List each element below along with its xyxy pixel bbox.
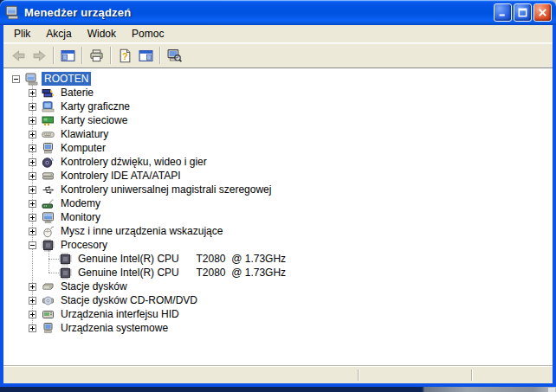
- expand-icon[interactable]: [29, 145, 36, 152]
- expand-icon[interactable]: [29, 89, 36, 97]
- show-action-pane-button[interactable]: [135, 46, 156, 66]
- toolbar-separator: [81, 47, 82, 64]
- maximize-button[interactable]: [514, 3, 532, 22]
- tree-item-label[interactable]: Baterie: [58, 86, 96, 100]
- help-button[interactable]: ?: [114, 46, 135, 66]
- collapse-icon[interactable]: [29, 241, 36, 249]
- expand-icon[interactable]: [29, 228, 36, 235]
- tree-item-urzadzenia-hid[interactable]: Urządzenia interfejsu HID: [3, 307, 553, 321]
- expand-icon[interactable]: [29, 103, 36, 111]
- mouse-icon: [42, 225, 55, 238]
- keyboard-icon: [42, 128, 55, 141]
- toggle-console-tree-button[interactable]: [57, 46, 78, 66]
- tree-item-label[interactable]: Urządzenia interfejsu HID: [58, 307, 182, 321]
- expand-icon[interactable]: [29, 117, 36, 125]
- menu-item-akcja[interactable]: Akcja: [38, 26, 79, 42]
- tree-item-label[interactable]: Kontrolery dźwięku, wideo i gier: [58, 155, 210, 169]
- toolbar-separator: [110, 47, 111, 64]
- wallpaper-highlight: [548, 388, 555, 392]
- forward-arrow-icon: [32, 48, 47, 63]
- tree-item-monitory[interactable]: Monitory: [3, 210, 553, 224]
- tree-item-label[interactable]: ROOTEN: [42, 72, 91, 86]
- tree-item-stacje-dyskow[interactable]: Stacje dysków: [3, 280, 553, 293]
- tree-item-label[interactable]: Karty sieciowe: [58, 113, 130, 127]
- toolbar: ?: [3, 43, 553, 67]
- desktop-background: Menedżer urządzeń PlikAkcjaWidokPomoc ? …: [0, 0, 556, 392]
- tree-item-label[interactable]: Monitory: [58, 210, 103, 224]
- menu-item-pomoc[interactable]: Pomoc: [124, 26, 171, 42]
- tree-item-karty-sieciowe[interactable]: Karty sieciowe: [3, 113, 553, 127]
- network-adapter-icon: [42, 114, 55, 127]
- menu-item-plik[interactable]: Plik: [6, 26, 38, 42]
- expand-icon[interactable]: [29, 325, 36, 332]
- tree-item-cpu-1[interactable]: Genuine Intel(R) CPU T2080 @ 1.73GHz: [3, 252, 553, 266]
- tree-item-label[interactable]: Klawiatury: [58, 127, 111, 141]
- tree-item-label[interactable]: Kontrolery IDE ATA/ATAPI: [58, 169, 184, 183]
- processor-icon: [59, 253, 72, 266]
- tree-item-kontrolery-usb[interactable]: Kontrolery uniwersalnej magistrali szere…: [3, 183, 553, 196]
- device-tree: ROOTENBaterieKarty graficzneKarty siecio…: [3, 67, 553, 365]
- menu-item-widok[interactable]: Widok: [80, 26, 124, 42]
- tree-item-label[interactable]: Stacje dysków: [58, 280, 130, 293]
- expand-icon[interactable]: [29, 186, 36, 194]
- forward-button[interactable]: [29, 46, 49, 66]
- expand-icon[interactable]: [29, 283, 36, 291]
- print-button[interactable]: [86, 46, 107, 66]
- tree-item-klawiatury[interactable]: Klawiatury: [3, 127, 553, 141]
- title-bar[interactable]: Menedżer urządzeń: [0, 0, 556, 25]
- tree-item-label[interactable]: Komputer: [58, 141, 108, 155]
- modem-icon: [42, 197, 55, 210]
- device-manager-icon: [5, 5, 20, 20]
- system-device-icon: [42, 322, 55, 335]
- svg-text:?: ?: [121, 50, 127, 61]
- scan-computer-icon: [167, 48, 182, 63]
- back-button[interactable]: [8, 46, 29, 66]
- tree-item-label[interactable]: Stacje dysków CD-ROM/DVD: [58, 293, 200, 307]
- battery-icon: [42, 87, 55, 100]
- hid-device-icon: [42, 308, 55, 321]
- close-button[interactable]: [533, 3, 552, 22]
- display-adapter-icon: [42, 100, 55, 113]
- computer-device-icon: [42, 142, 55, 155]
- tree-item-label[interactable]: Mysz i inne urządzenia wskazujące: [58, 224, 225, 238]
- collapse-icon[interactable]: [12, 75, 20, 83]
- sound-controller-icon: [42, 156, 55, 169]
- close-icon: [538, 8, 547, 17]
- tree-item-komputer[interactable]: Komputer: [3, 141, 553, 155]
- tree-item-kontrolery-ide[interactable]: Kontrolery IDE ATA/ATAPI: [3, 169, 553, 183]
- tree-item-urzadzenia-systemowe[interactable]: Urządzenia systemowe: [3, 321, 553, 335]
- minimize-button[interactable]: [494, 3, 512, 22]
- tree-item-cpu-2[interactable]: Genuine Intel(R) CPU T2080 @ 1.73GHz: [3, 266, 553, 280]
- status-bar: [3, 365, 553, 383]
- expand-icon[interactable]: [29, 172, 36, 180]
- tree-item-kontrolery-dzwieku[interactable]: Kontrolery dźwięku, wideo i gier: [3, 155, 553, 169]
- toolbar-separator: [159, 47, 160, 64]
- processor-icon: [59, 267, 72, 280]
- expand-icon[interactable]: [29, 158, 36, 166]
- tree-item-procesory[interactable]: Procesory: [3, 238, 553, 252]
- maximize-icon: [518, 8, 527, 17]
- expand-icon[interactable]: [29, 214, 36, 222]
- tree-item-stacje-cdrom[interactable]: Stacje dysków CD-ROM/DVD: [3, 293, 553, 307]
- tree-item-label[interactable]: Kontrolery uniwersalnej magistrali szere…: [58, 183, 274, 196]
- tree-item-label[interactable]: Genuine Intel(R) CPU T2080 @ 1.73GHz: [75, 252, 288, 266]
- scan-hardware-changes-button[interactable]: [164, 46, 184, 66]
- cdrom-drive-icon: [42, 294, 55, 307]
- tree-item-label[interactable]: Karty graficzne: [58, 100, 133, 113]
- monitor-icon: [42, 211, 55, 224]
- expand-icon[interactable]: [29, 200, 36, 208]
- tree-item-label[interactable]: Modemy: [58, 196, 103, 210]
- tree-item-rooten[interactable]: ROOTEN: [3, 72, 553, 86]
- window-body: PlikAkcjaWidokPomoc ? ROOTENBaterieKarty…: [0, 25, 556, 387]
- tree-item-karty-graficzne[interactable]: Karty graficzne: [3, 100, 553, 113]
- tree-item-label[interactable]: Urządzenia systemowe: [58, 321, 171, 335]
- expand-icon[interactable]: [29, 311, 36, 318]
- tree-item-modemy[interactable]: Modemy: [3, 196, 553, 210]
- expand-icon[interactable]: [29, 131, 36, 138]
- expand-icon[interactable]: [29, 297, 36, 305]
- tree-item-mysz[interactable]: Mysz i inne urządzenia wskazujące: [3, 224, 553, 238]
- status-divider: [358, 370, 359, 381]
- tree-item-label[interactable]: Genuine Intel(R) CPU T2080 @ 1.73GHz: [75, 266, 288, 280]
- tree-item-label[interactable]: Procesory: [58, 238, 110, 252]
- tree-item-baterie[interactable]: Baterie: [3, 86, 553, 100]
